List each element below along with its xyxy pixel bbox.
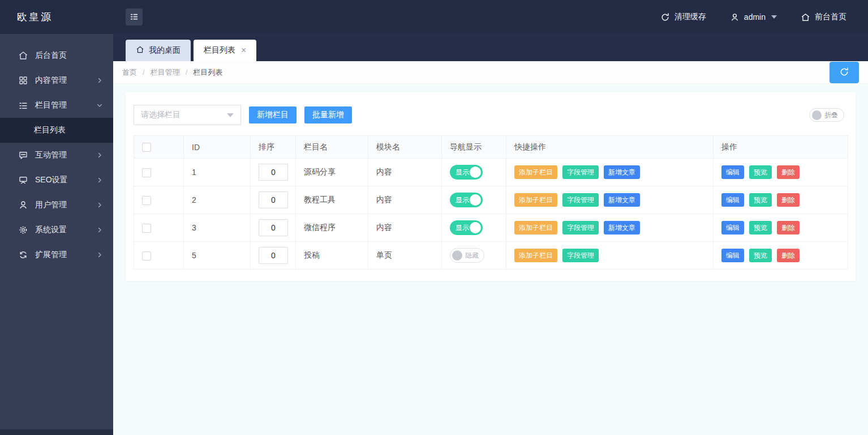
cell-column-name: 投稿	[296, 242, 368, 270]
user-icon	[730, 12, 740, 22]
quick-action-button[interactable]: 添加子栏目	[514, 165, 557, 179]
nav-visibility-toggle[interactable]: 显示	[450, 165, 483, 180]
operation-button[interactable]: 预览	[749, 249, 772, 262]
quick-action-button[interactable]: 字段管理	[562, 165, 599, 179]
header-quick: 快捷操作	[506, 136, 714, 159]
sidebar-item-columns[interactable]: 栏目管理	[0, 93, 113, 118]
operation-button[interactable]: 删除	[777, 193, 800, 207]
collapse-toggle[interactable]: 折叠	[809, 108, 844, 122]
sort-input[interactable]	[259, 164, 288, 181]
nav-visibility-toggle[interactable]: 隐藏	[450, 248, 484, 263]
sidebar-item-dashboard[interactable]: 后台首页	[0, 43, 113, 68]
chevron-right-icon	[96, 202, 103, 208]
operation-button[interactable]: 编辑	[721, 221, 744, 234]
sidebar-item-column-list[interactable]: 栏目列表	[0, 118, 113, 143]
sidebar-collapse-button[interactable]	[126, 8, 143, 25]
nav-visibility-toggle[interactable]: 显示	[450, 220, 483, 235]
sidebar-item-content[interactable]: 内容管理	[0, 68, 113, 93]
toggle-knob	[470, 222, 481, 233]
sort-input[interactable]	[259, 219, 288, 236]
cell-operations: 编辑预览删除	[714, 186, 848, 214]
refresh-icon	[660, 12, 670, 22]
quick-action-button[interactable]: 新增文章	[604, 193, 640, 207]
header-name: 栏目名	[296, 136, 368, 159]
front-home-label: 前台首页	[815, 12, 846, 22]
sidebar-item-interaction[interactable]: 互动管理	[0, 143, 113, 168]
quick-action-button[interactable]: 字段管理	[562, 193, 599, 207]
nav-visibility-toggle[interactable]: 显示	[450, 193, 483, 207]
cell-quick-actions: 添加子栏目字段管理新增文章	[506, 214, 714, 242]
sort-input[interactable]	[259, 191, 288, 208]
list-icon	[18, 100, 28, 110]
tab-column-list[interactable]: 栏目列表 ×	[194, 40, 256, 61]
toggle-label: 显示	[456, 168, 469, 177]
cell-module-name: 内容	[368, 186, 442, 214]
cell-operations: 编辑预览删除	[714, 159, 848, 186]
sidebar-item-label: 栏目列表	[34, 125, 103, 135]
header-op: 操作	[714, 136, 848, 159]
operation-button[interactable]: 删除	[777, 249, 800, 262]
operation-button[interactable]: 预览	[749, 221, 772, 234]
admin-app: 欧皇源 清理缓存 admin	[0, 0, 868, 435]
sort-input[interactable]	[259, 247, 288, 264]
operation-button[interactable]: 编辑	[721, 249, 744, 262]
clear-cache-button[interactable]: 清理缓存	[660, 12, 706, 22]
chevron-right-icon	[96, 77, 103, 84]
operation-button[interactable]: 预览	[749, 193, 772, 207]
tab-strip: 我的桌面 栏目列表 ×	[113, 34, 868, 61]
cell-checkbox	[134, 214, 184, 242]
chevron-down-icon	[96, 102, 103, 109]
row-checkbox[interactable]	[142, 168, 151, 177]
table-body: 1源码分享内容显示添加子栏目字段管理新增文章编辑预览删除2教程工具内容显示添加子…	[134, 159, 848, 270]
operation-button[interactable]: 编辑	[721, 193, 744, 207]
breadcrumb-home[interactable]: 首页	[122, 67, 137, 78]
home-icon	[136, 45, 144, 56]
front-home-link[interactable]: 前台首页	[801, 12, 846, 22]
sidebar-item-users[interactable]: 用户管理	[0, 193, 113, 218]
sidebar-item-label: 栏目管理	[35, 100, 96, 110]
chevron-right-icon	[96, 177, 103, 184]
batch-add-button[interactable]: 批量新增	[304, 106, 352, 123]
quick-action-button[interactable]: 添加子栏目	[514, 193, 557, 207]
row-checkbox[interactable]	[142, 224, 151, 233]
quick-action-button[interactable]: 字段管理	[562, 221, 599, 234]
sidebar-item-system[interactable]: 系统设置	[0, 218, 113, 242]
sidebar-item-seo[interactable]: SEO设置	[0, 168, 113, 193]
operation-button[interactable]: 删除	[777, 221, 800, 234]
quick-action-button[interactable]: 新增文章	[604, 165, 640, 179]
operation-button[interactable]: 删除	[777, 165, 800, 179]
cell-module-name: 内容	[368, 214, 442, 242]
refresh-page-button[interactable]	[830, 62, 859, 83]
chevron-right-icon	[96, 152, 103, 159]
close-icon[interactable]: ×	[241, 46, 246, 55]
toggle-label: 显示	[456, 195, 469, 205]
header-nav: 导航显示	[442, 136, 506, 159]
operation-button[interactable]: 预览	[749, 165, 772, 179]
header-module: 模块名	[368, 136, 442, 159]
add-column-button[interactable]: 新增栏目	[249, 106, 297, 123]
column-select[interactable]: 请选择栏目	[134, 105, 241, 125]
quick-action-button[interactable]: 新增文章	[604, 221, 640, 234]
sidebar-item-label: 系统设置	[35, 225, 96, 235]
select-all-checkbox[interactable]	[142, 143, 151, 152]
breadcrumb-column-manage[interactable]: 栏目管理	[151, 67, 180, 78]
user-menu[interactable]: admin	[730, 12, 777, 22]
row-checkbox[interactable]	[142, 251, 151, 261]
user-icon	[18, 200, 28, 210]
table-row: 5投稿单页隐藏添加子栏目字段管理编辑预览删除	[134, 242, 848, 270]
toggle-knob	[470, 167, 481, 178]
tab-my-desktop[interactable]: 我的桌面	[126, 40, 191, 61]
home-icon	[801, 12, 810, 22]
cell-id: 5	[184, 242, 251, 270]
quick-action-button[interactable]: 添加子栏目	[514, 249, 557, 262]
sidebar-item-label: 用户管理	[35, 200, 96, 210]
quick-action-button[interactable]: 字段管理	[562, 249, 599, 262]
page-content: 请选择栏目 新增栏目 批量新增 折叠	[113, 84, 868, 435]
cell-operations: 编辑预览删除	[714, 214, 848, 242]
operation-button[interactable]: 编辑	[721, 165, 744, 179]
toggle-label: 隐藏	[465, 251, 479, 261]
topbar-actions: 清理缓存 admin 前台首页	[660, 12, 868, 22]
row-checkbox[interactable]	[142, 196, 151, 205]
sidebar-item-extensions[interactable]: 扩展管理	[0, 242, 113, 267]
quick-action-button[interactable]: 添加子栏目	[514, 221, 557, 234]
